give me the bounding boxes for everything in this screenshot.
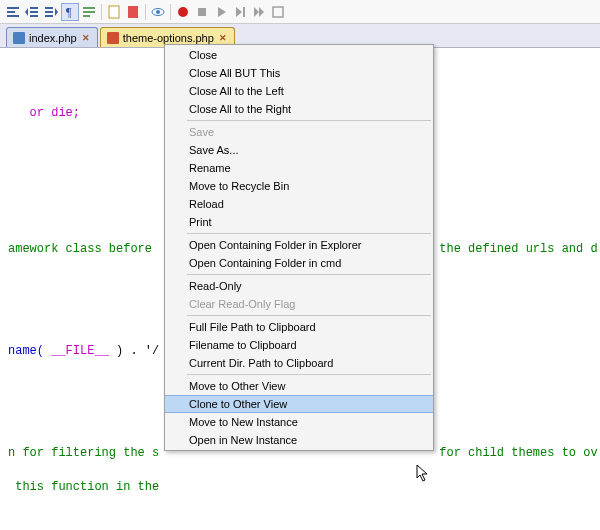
menu-reload[interactable]: Reload xyxy=(165,195,433,213)
menu-open-new-instance[interactable]: Open in New Instance xyxy=(165,431,433,449)
svg-rect-12 xyxy=(83,15,90,17)
indent-icon[interactable] xyxy=(42,3,60,21)
align-left-icon[interactable] xyxy=(4,3,22,21)
menu-clone-other-view[interactable]: Clone to Other View xyxy=(165,395,433,413)
repeat-icon[interactable] xyxy=(269,3,287,21)
menu-close-all-left[interactable]: Close All to the Left xyxy=(165,82,433,100)
menu-close-all-right[interactable]: Close All to the Right xyxy=(165,100,433,118)
menu-open-folder-cmd[interactable]: Open Containing Folder in cmd xyxy=(165,254,433,272)
menu-move-new-instance[interactable]: Move to New Instance xyxy=(165,413,433,431)
menu-save-as[interactable]: Save As... xyxy=(165,141,433,159)
svg-rect-13 xyxy=(109,6,119,18)
separator-icon xyxy=(101,4,102,20)
menu-full-path-clipboard[interactable]: Full File Path to Clipboard xyxy=(165,318,433,336)
tab-index-php[interactable]: index.php ✕ xyxy=(6,27,98,47)
wrap-icon[interactable] xyxy=(80,3,98,21)
menu-print[interactable]: Print xyxy=(165,213,433,231)
svg-rect-6 xyxy=(45,7,53,9)
code-line: this function in the xyxy=(8,479,600,496)
svg-rect-0 xyxy=(7,7,19,9)
svg-rect-4 xyxy=(30,11,38,13)
svg-rect-1 xyxy=(7,11,15,13)
menu-dir-path-clipboard[interactable]: Current Dir. Path to Clipboard xyxy=(165,354,433,372)
menu-close-all-but-this[interactable]: Close All BUT This xyxy=(165,64,433,82)
menu-clear-read-only: Clear Read-Only Flag xyxy=(165,295,433,313)
separator-icon xyxy=(145,4,146,20)
tab-label: index.php xyxy=(29,32,77,44)
menu-separator xyxy=(187,274,431,275)
outdent-icon[interactable] xyxy=(23,3,41,21)
menu-close[interactable]: Close xyxy=(165,46,433,64)
svg-rect-5 xyxy=(30,15,38,17)
tab-context-menu: Close Close All BUT This Close All to th… xyxy=(164,44,434,451)
menu-separator xyxy=(187,233,431,234)
menu-separator xyxy=(187,120,431,121)
menu-separator xyxy=(187,315,431,316)
eye-icon[interactable] xyxy=(149,3,167,21)
menu-separator xyxy=(187,374,431,375)
file-icon xyxy=(107,32,119,44)
pdf-icon[interactable] xyxy=(124,3,142,21)
close-icon[interactable]: ✕ xyxy=(81,33,91,43)
toolbar: ¶ xyxy=(0,0,600,24)
stop-icon[interactable] xyxy=(193,3,211,21)
record-icon[interactable] xyxy=(174,3,192,21)
svg-rect-11 xyxy=(83,11,95,13)
separator-icon xyxy=(170,4,171,20)
menu-read-only[interactable]: Read-Only xyxy=(165,277,433,295)
menu-open-folder-explorer[interactable]: Open Containing Folder in Explorer xyxy=(165,236,433,254)
menu-move-other-view[interactable]: Move to Other View xyxy=(165,377,433,395)
svg-point-16 xyxy=(156,10,160,14)
menu-filename-clipboard[interactable]: Filename to Clipboard xyxy=(165,336,433,354)
svg-rect-7 xyxy=(45,11,53,13)
doc-icon[interactable] xyxy=(105,3,123,21)
svg-rect-3 xyxy=(30,7,38,9)
svg-rect-10 xyxy=(83,7,95,9)
svg-rect-18 xyxy=(198,8,206,16)
step-icon[interactable] xyxy=(231,3,249,21)
menu-move-recycle-bin[interactable]: Move to Recycle Bin xyxy=(165,177,433,195)
svg-rect-19 xyxy=(243,7,245,17)
svg-point-17 xyxy=(178,7,188,17)
svg-rect-20 xyxy=(273,7,283,17)
svg-rect-8 xyxy=(45,15,53,17)
pilcrow-icon[interactable]: ¶ xyxy=(61,3,79,21)
menu-save: Save xyxy=(165,123,433,141)
svg-rect-2 xyxy=(7,15,19,17)
fastfwd-icon[interactable] xyxy=(250,3,268,21)
svg-rect-14 xyxy=(128,6,138,18)
file-icon xyxy=(13,32,25,44)
svg-text:¶: ¶ xyxy=(66,5,72,19)
close-icon[interactable]: ✕ xyxy=(218,33,228,43)
menu-rename[interactable]: Rename xyxy=(165,159,433,177)
tab-label: theme-options.php xyxy=(123,32,214,44)
play-icon[interactable] xyxy=(212,3,230,21)
